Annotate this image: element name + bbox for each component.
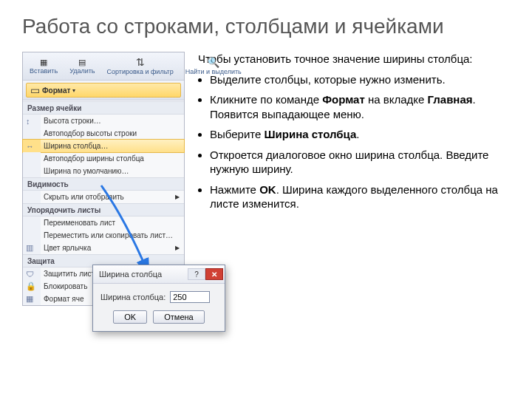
section-cell-size: Размер ячейки bbox=[23, 101, 184, 115]
lock-icon: 🔒 bbox=[26, 282, 36, 291]
delete-label: Удалить bbox=[69, 67, 95, 75]
menu-default-width[interactable]: Ширина по умолчанию… bbox=[23, 165, 184, 177]
find-icon: 🔍 bbox=[207, 57, 219, 67]
chevron-down-icon: ▾ bbox=[72, 87, 75, 94]
step-item: Кликните по команде Формат на вкладке Гл… bbox=[210, 92, 510, 121]
protect-icon: 🛡 bbox=[26, 270, 34, 279]
steps-list: Выделите столбцы, которые нужно изменить… bbox=[198, 72, 510, 211]
dialog-field-label: Ширина столбца: bbox=[100, 293, 166, 301]
column-width-input[interactable] bbox=[170, 291, 210, 303]
step-item: Выберите Ширина столбца. bbox=[210, 127, 510, 142]
instructions: Чтобы установить точное значение ширины … bbox=[198, 52, 510, 306]
find-label: Найти и выделить bbox=[185, 68, 242, 75]
menu-autofit-col[interactable]: Автоподбор ширины столбца bbox=[23, 152, 184, 165]
format-label: Формат bbox=[42, 86, 70, 95]
column-width-dialog: Ширина столбца ? ✕ Ширина столбца: OK От… bbox=[92, 265, 225, 332]
format-cells-icon: ▦ bbox=[26, 294, 33, 304]
insert-label: Вставить bbox=[30, 67, 58, 75]
find-select-button[interactable]: 🔍 Найти и выделить bbox=[182, 55, 245, 78]
dialog-close-button[interactable]: ✕ bbox=[205, 268, 223, 280]
sort-label: Сортировка и фильтр bbox=[107, 68, 174, 75]
menu-column-width[interactable]: ↔Ширина столбца… bbox=[23, 140, 184, 152]
menu-rename-sheet[interactable]: Переименовать лист bbox=[23, 216, 184, 229]
col-width-icon: ↔ bbox=[26, 142, 34, 151]
menu-row-height[interactable]: ↕Высота строки… bbox=[23, 115, 184, 127]
sort-filter-button[interactable]: ⇅ Сортировка и фильтр bbox=[103, 55, 177, 78]
format-icon: ▭ bbox=[30, 85, 40, 95]
insert-button[interactable]: ▦ Вставить bbox=[26, 56, 61, 77]
screenshot-panel: ▦ Вставить ▤ Удалить ⇅ Сортировка и филь… bbox=[22, 52, 185, 306]
row-height-icon: ↕ bbox=[26, 117, 30, 126]
section-organize: Упорядочить листы bbox=[23, 203, 184, 216]
submenu-arrow-icon: ▶ bbox=[175, 245, 180, 251]
step-item: Выделите столбцы, которые нужно изменить… bbox=[210, 72, 510, 87]
delete-icon: ▤ bbox=[78, 58, 86, 66]
ok-button[interactable]: OK bbox=[113, 310, 147, 324]
menu-hide-show[interactable]: Скрыть или отобразить▶ bbox=[23, 191, 184, 203]
step-item: Нажмите OK. Ширина каждого выделенного с… bbox=[210, 183, 510, 211]
step-item: Откроется диалоговое окно ширина столбца… bbox=[210, 148, 510, 177]
cancel-button[interactable]: Отмена bbox=[153, 310, 204, 324]
tab-color-icon: ▥ bbox=[26, 243, 33, 253]
menu-autofit-row[interactable]: Автоподбор высоты строки bbox=[23, 127, 184, 140]
submenu-arrow-icon: ▶ bbox=[175, 194, 180, 200]
dialog-title: Ширина столбца bbox=[99, 270, 162, 279]
menu-move-copy[interactable]: Переместить или скопировать лист… bbox=[23, 229, 184, 242]
section-visibility: Видимость bbox=[23, 177, 184, 191]
menu-tab-color[interactable]: ▥Цвет ярлычка▶ bbox=[23, 242, 184, 254]
format-button[interactable]: ▭ Формат ▾ bbox=[26, 83, 181, 98]
delete-button[interactable]: ▤ Удалить bbox=[66, 56, 98, 77]
page-title: Работа со строками, столбцами и ячейками bbox=[22, 15, 510, 38]
insert-icon: ▦ bbox=[40, 58, 47, 66]
dialog-help-button[interactable]: ? bbox=[188, 268, 205, 280]
sort-icon: ⇅ bbox=[136, 57, 145, 67]
